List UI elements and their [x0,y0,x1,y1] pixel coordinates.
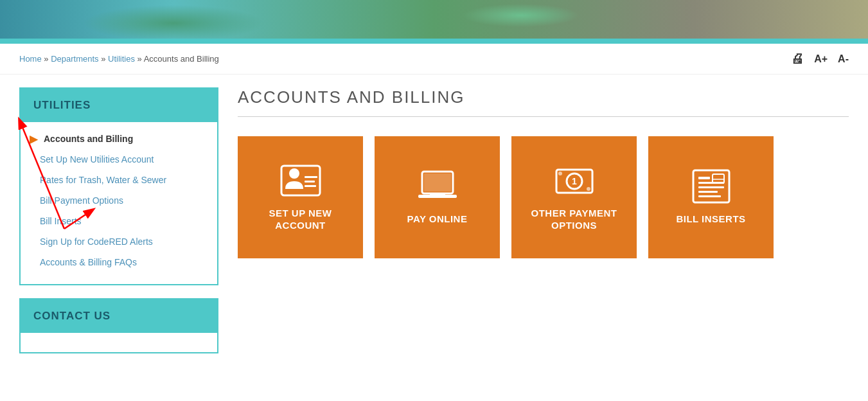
tile-pay-online-label: PAY ONLINE [407,213,468,226]
person-card-icon [280,163,321,198]
teal-bar [0,39,868,44]
tiles-grid: SET UP NEWACCOUNT PAY ONLINE [238,136,849,258]
dollar-coin-icon: 1 [554,163,595,198]
breadcrumb-departments[interactable]: Departments [51,54,98,64]
tile-bill-inserts[interactable]: BILL INSERTS [648,136,774,258]
toolbar-icons: 🖨 A+ A- [791,51,849,66]
tile-other-payment-label: OTHER PAYMENTOPTIONS [531,207,617,232]
content-area: ACCOUNTS AND BILLING [238,87,849,366]
sidebar-item-setup-account[interactable]: Set Up New Utilities Account [21,149,217,170]
tile-other-payment[interactable]: 1 OTHER PAYMENTOPTIONS [511,136,637,258]
sidebar-link-codered[interactable]: Sign Up for CodeRED Alerts [40,236,153,247]
svg-rect-19 [698,186,724,188]
hero-image [0,0,868,39]
svg-text:1: 1 [572,176,577,186]
sidebar-contact-title: CONTACT US [21,299,217,333]
svg-rect-22 [713,174,724,183]
breadcrumb: Home » Departments » Utilities » Account… [19,54,219,64]
sidebar-link-bill-inserts[interactable]: Bill Inserts [40,216,82,226]
increase-font-button[interactable]: A+ [814,53,828,65]
sidebar-utilities-section: UTILITIES ▶ Accounts and Billing Set Up … [19,87,218,285]
svg-rect-20 [698,191,718,193]
sidebar-item-bill-inserts[interactable]: Bill Inserts [21,211,217,231]
sidebar-item-faqs[interactable]: Accounts & Billing FAQs [21,252,217,278]
print-button[interactable]: 🖨 [791,51,804,66]
sidebar-item-bill-payment[interactable]: Bill Payment Options [21,190,217,211]
svg-rect-21 [698,195,721,197]
sidebar-nav: ▶ Accounts and Billing Set Up New Utilit… [21,122,217,284]
svg-point-2 [289,168,299,179]
svg-rect-5 [305,185,316,187]
sidebar-item-accounts-billing[interactable]: ▶ Accounts and Billing [21,129,217,149]
svg-point-14 [558,172,562,175]
breadcrumb-bar: Home » Departments » Utilities » Account… [0,44,868,75]
sidebar-link-accounts-billing[interactable]: Accounts and Billing [44,134,133,144]
sidebar: UTILITIES ▶ Accounts and Billing Set Up … [19,87,218,366]
sidebar-contact-section: CONTACT US [19,298,218,353]
breadcrumb-utilities[interactable]: Utilities [108,54,135,64]
sidebar-utilities-title: UTILITIES [21,89,217,122]
bill-document-icon [691,169,732,204]
main-layout: UTILITIES ▶ Accounts and Billing Set Up … [0,75,868,379]
sidebar-contact-body [21,333,217,352]
tile-pay-online[interactable]: PAY ONLINE [375,136,500,258]
svg-rect-4 [305,181,315,183]
page-title: ACCOUNTS AND BILLING [238,87,849,117]
svg-rect-3 [305,176,317,178]
sidebar-link-setup-account[interactable]: Set Up New Utilities Account [40,154,154,165]
sidebar-link-rates[interactable]: Rates for Trash, Water & Sewer [40,175,166,185]
sidebar-link-bill-payment[interactable]: Bill Payment Options [40,195,123,206]
breadcrumb-home[interactable]: Home [19,54,42,64]
svg-rect-8 [424,174,451,192]
tile-bill-inserts-label: BILL INSERTS [676,213,745,226]
svg-rect-10 [430,193,445,195]
svg-point-15 [587,187,590,191]
sidebar-link-faqs[interactable]: Accounts & Billing FAQs [40,257,137,267]
sidebar-item-codered[interactable]: Sign Up for CodeRED Alerts [21,231,217,252]
tile-set-up-new-account-label: SET UP NEWACCOUNT [269,207,332,232]
svg-rect-17 [698,177,710,179]
active-arrow: ▶ [30,133,37,145]
tile-set-up-new-account[interactable]: SET UP NEWACCOUNT [238,136,363,258]
laptop-icon [417,169,458,204]
decrease-font-button[interactable]: A- [838,53,849,65]
sidebar-item-rates[interactable]: Rates for Trash, Water & Sewer [21,170,217,190]
